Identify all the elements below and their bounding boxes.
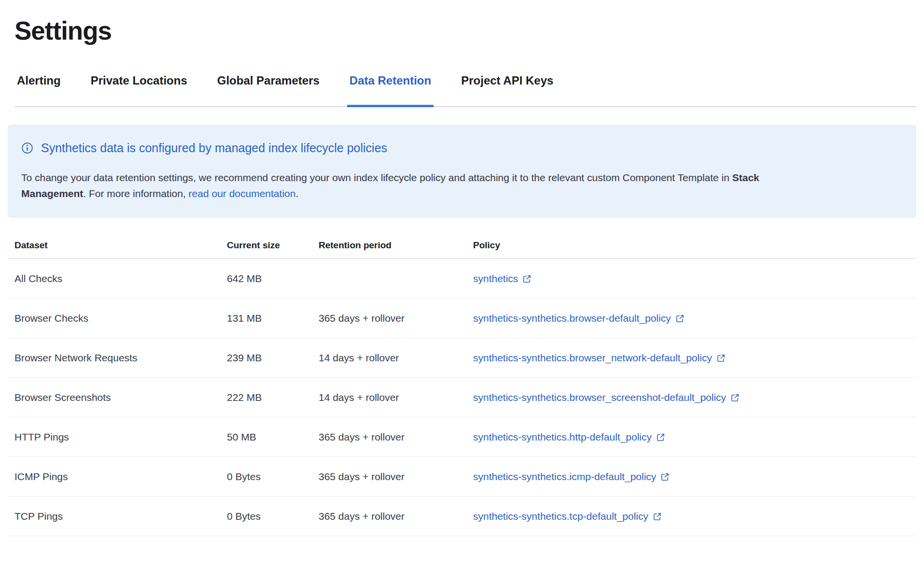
dataset-cell: HTTP Pings [8,431,220,443]
table-row: All Checks 642 MB synthetics [8,259,916,299]
retention-period-cell: 14 days + rollover [312,392,466,403]
tab-data-retention[interactable]: Data Retention [347,73,434,106]
header-retention-period: Retention period [312,231,466,258]
policy-cell: synthetics-synthetics.browser-default_po… [466,313,916,324]
external-link-icon [660,472,670,482]
dataset-cell: Browser Checks [8,313,220,324]
callout-body-text-3: . [295,188,298,199]
table-row: ICMP Pings 0 Bytes 365 days + rollover s… [8,457,916,497]
policy-link-label: synthetics-synthetics.browser-default_po… [473,313,671,324]
callout-body-text-1: To change your data retention settings, … [21,172,732,183]
retention-period-cell: 14 days + rollover [312,352,466,364]
table-row: Browser Checks 131 MB 365 days + rollove… [8,299,916,338]
current-size-cell: 0 Bytes [220,511,312,522]
retention-period-cell: 365 days + rollover [312,313,466,324]
external-link-icon [675,314,685,323]
current-size-cell: 642 MB [220,273,312,284]
retention-period-cell: 365 days + rollover [312,511,466,522]
external-link-icon [656,433,665,442]
tab-project-api-keys[interactable]: Project API Keys [459,73,556,106]
policy-link[interactable]: synthetics-synthetics.http-default_polic… [473,431,665,443]
tab-alerting[interactable]: Alerting [14,73,63,106]
callout-title: Synthetics data is configured by managed… [41,141,387,155]
policy-cell: synthetics-synthetics.browser_network-de… [466,352,916,364]
table-row: Browser Screenshots 222 MB 14 days + rol… [8,378,916,417]
policy-link-label: synthetics-synthetics.tcp-default_policy [473,511,648,522]
policy-link-label: synthetics-synthetics.http-default_polic… [473,431,652,443]
callout-title-row: Synthetics data is configured by managed… [21,141,903,155]
tab-label: Project API Keys [461,74,553,87]
current-size-cell: 222 MB [220,392,312,403]
current-size-cell: 131 MB [220,313,312,324]
table-body: All Checks 642 MB synthetics Browser Che… [8,259,916,536]
dataset-cell: ICMP Pings [8,471,220,483]
external-link-icon [653,512,662,521]
table-row: Browser Network Requests 239 MB 14 days … [8,338,916,378]
dataset-cell: Browser Screenshots [8,392,220,403]
header-policy: Policy [466,231,916,258]
tab-label: Private Locations [91,74,187,87]
documentation-link[interactable]: read our documentation [189,188,296,199]
policy-link-label: synthetics-synthetics.icmp-default_polic… [473,471,656,483]
policy-cell: synthetics-synthetics.http-default_polic… [466,431,916,443]
table-header: Dataset Current size Retention period Po… [8,231,916,259]
policy-cell: synthetics-synthetics.icmp-default_polic… [466,471,916,483]
retention-period-cell: 365 days + rollover [312,471,466,483]
table-row: TCP Pings 0 Bytes 365 days + rollover sy… [8,497,916,536]
tab-label: Alerting [17,74,61,87]
tab-list: Alerting Private Locations Global Parame… [14,73,916,107]
policy-link[interactable]: synthetics-synthetics.browser_screenshot… [473,392,740,403]
policy-link[interactable]: synthetics-synthetics.icmp-default_polic… [473,471,670,483]
dataset-cell: All Checks [8,273,220,284]
tab-label: Global Parameters [217,74,320,87]
callout-body: To change your data retention settings, … [21,170,774,201]
callout-body-text-2: . For more information, [83,188,188,199]
policy-link[interactable]: synthetics [473,273,532,284]
current-size-cell: 50 MB [220,431,312,443]
policy-link-label: synthetics-synthetics.browser_network-de… [473,352,712,364]
policy-link[interactable]: synthetics-synthetics.browser_network-de… [473,352,726,364]
tab-global-parameters[interactable]: Global Parameters [215,73,322,106]
ilm-callout: Synthetics data is configured by managed… [8,125,916,218]
table-row: HTTP Pings 50 MB 365 days + rollover syn… [8,417,916,457]
retention-table: Dataset Current size Retention period Po… [8,231,916,536]
tab-private-locations[interactable]: Private Locations [88,73,190,106]
policy-cell: synthetics-synthetics.tcp-default_policy [466,511,916,522]
retention-period-cell: 365 days + rollover [312,431,466,443]
settings-page: Settings Alerting Private Locations Glob… [0,16,924,536]
external-link-icon [522,274,532,284]
tab-label: Data Retention [350,74,431,87]
policy-link-label: synthetics-synthetics.browser_screenshot… [473,392,726,403]
current-size-cell: 0 Bytes [220,471,312,483]
info-icon [21,142,33,154]
dataset-cell: Browser Network Requests [8,352,220,364]
policy-link-label: synthetics [473,273,518,284]
header-current-size: Current size [220,231,312,258]
header-dataset: Dataset [8,231,220,258]
dataset-cell: TCP Pings [8,511,220,522]
policy-link[interactable]: synthetics-synthetics.tcp-default_policy [473,511,662,522]
current-size-cell: 239 MB [220,352,312,364]
policy-cell: synthetics [466,273,916,284]
policy-cell: synthetics-synthetics.browser_screenshot… [466,392,916,403]
policy-link[interactable]: synthetics-synthetics.browser-default_po… [473,313,685,324]
page-title: Settings [14,16,916,45]
external-link-icon [716,354,726,363]
external-link-icon [730,393,740,402]
